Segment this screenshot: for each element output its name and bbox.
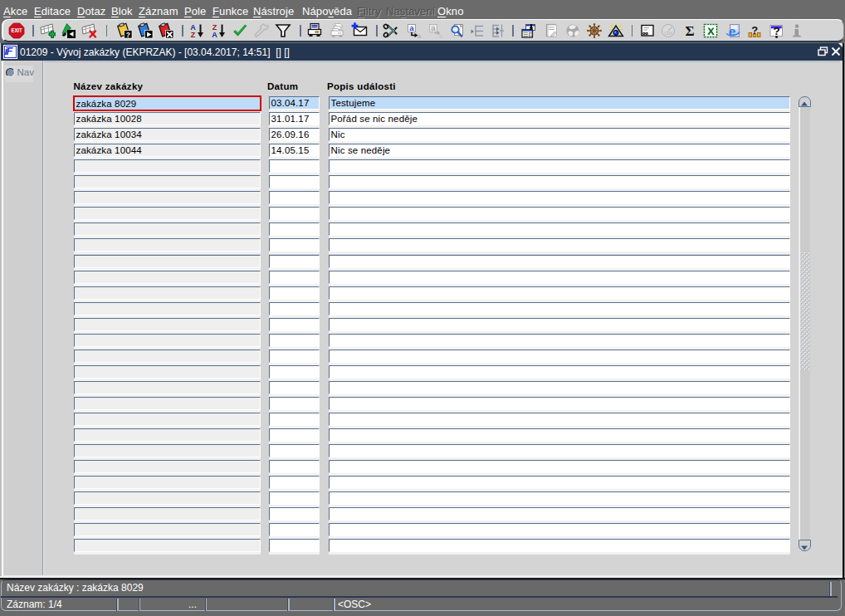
svg-text:A: A bbox=[212, 31, 217, 39]
svg-text:a: a bbox=[439, 32, 443, 39]
svg-text:a: a bbox=[431, 23, 436, 32]
svg-text:Σ: Σ bbox=[685, 23, 694, 39]
svg-text:?: ? bbox=[773, 25, 779, 37]
svg-text:a: a bbox=[409, 23, 414, 32]
svg-text:1314: 1314 bbox=[664, 32, 673, 36]
svg-text:?: ? bbox=[751, 23, 758, 36]
svg-text:?: ? bbox=[125, 30, 129, 38]
svg-text:Z: Z bbox=[190, 31, 195, 39]
svg-text:a: a bbox=[417, 32, 421, 39]
svg-text:EXIT: EXIT bbox=[12, 27, 22, 33]
